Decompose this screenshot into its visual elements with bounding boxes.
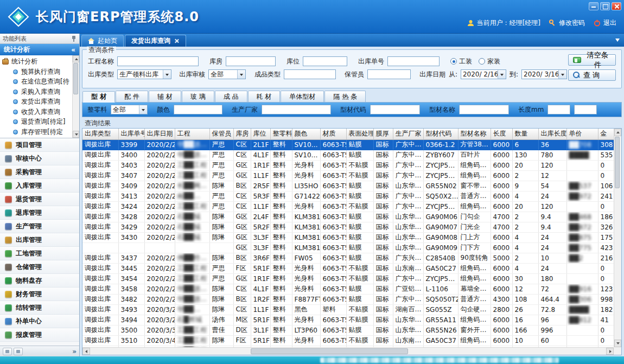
- sidebar-menu-item[interactable]: 物料盘存: [0, 274, 79, 288]
- sidebar-menu-item[interactable]: 补单中心: [0, 315, 79, 328]
- column-header[interactable]: 生产厂家: [393, 129, 423, 139]
- column-header[interactable]: 整零料: [270, 129, 292, 139]
- sidebar-menu-item[interactable]: 报废管理: [0, 328, 79, 342]
- material-tab[interactable]: 配 件: [116, 91, 148, 102]
- table-row[interactable]: 调拨出库34032020/2/25工██工程严思G区1R1F整料光身料6063-…: [82, 160, 614, 170]
- sidebar-menu-item[interactable]: 工地管理: [0, 247, 79, 260]
- sidebar-expand-button[interactable]: »: [72, 348, 77, 355]
- material-tab[interactable]: 成 品: [215, 91, 247, 102]
- column-header[interactable]: 膜厚: [373, 129, 393, 139]
- sidebar-menu-item[interactable]: 项目管理: [0, 138, 79, 152]
- material-tab[interactable]: 隔 热 条: [324, 91, 366, 102]
- table-row[interactable]: 调拨出库34282020/2/26石██城陈琳G区2L4F整料KLM381760…: [82, 212, 614, 222]
- chevron-down-icon[interactable]: [139, 105, 147, 114]
- date-from-picker[interactable]: 2020/ 2/16: [461, 69, 506, 79]
- product-type-input[interactable]: [284, 69, 336, 79]
- color-input[interactable]: [174, 105, 222, 114]
- radio-home-icon[interactable]: [479, 58, 485, 65]
- pin-icon[interactable]: [71, 35, 77, 42]
- project-name-input[interactable]: [117, 56, 199, 66]
- column-header[interactable]: 型材名称: [458, 129, 491, 139]
- sidebar-menu-item[interactable]: 退库管理: [0, 206, 79, 220]
- table-row[interactable]: 调拨出库34582020/2/28华██源…陈琳C区4L1F整料光身料6063-…: [82, 284, 614, 294]
- table-row[interactable]: 调拨出库34542020/2/28工██工程严思G区1R1F整料光身料6063-…: [82, 273, 614, 284]
- table-row[interactable]: 调拨出库35102020/3/4工██工程陈琳F区5R1F整料光身料6063-T…: [82, 335, 614, 346]
- scroll-up-icon[interactable]: [614, 129, 621, 136]
- sidebar-menu-item[interactable]: 退货管理: [0, 193, 79, 206]
- clear-conditions-button[interactable]: 清空条件: [568, 54, 616, 66]
- sidebar-menu-item[interactable]: 审核中心: [0, 152, 79, 165]
- chevron-down-icon[interactable]: [558, 70, 566, 79]
- maximize-button[interactable]: [600, 2, 610, 10]
- minimize-button[interactable]: [589, 2, 598, 10]
- table-row[interactable]: 调拨出库34372020/2/27佛██特…陈琳B区3R6F整料FW056063…: [82, 253, 614, 263]
- tree-item[interactable]: 收货入库查询: [2, 107, 72, 117]
- length-to-input[interactable]: [574, 105, 597, 114]
- length-from-input[interactable]: [547, 105, 570, 114]
- sidebar-menu-item[interactable]: 结转管理: [0, 301, 79, 315]
- material-tab[interactable]: 辅 材: [149, 91, 181, 102]
- sidebar-menu-item[interactable]: 生产管理: [0, 220, 79, 233]
- column-header[interactable]: 保管员: [209, 129, 233, 139]
- material-tab[interactable]: 型 材: [82, 91, 115, 103]
- profile-code-input[interactable]: [370, 105, 420, 114]
- column-header[interactable]: 出库日期: [144, 129, 175, 139]
- whole-part-select[interactable]: 全部: [111, 105, 148, 114]
- warehouse-input[interactable]: [226, 56, 276, 66]
- column-header[interactable]: 颜色: [292, 129, 320, 139]
- column-header[interactable]: 单价: [566, 129, 598, 139]
- tab-start-page[interactable]: 起始页: [81, 35, 124, 47]
- chevron-down-icon[interactable]: [163, 70, 171, 79]
- table-row[interactable]: 调拨出库34072020/2/25工██工程严思G区1L1F整料光身料6063-…: [82, 170, 614, 181]
- vertical-scroll-thumb[interactable]: [615, 137, 620, 188]
- vertical-scrollbar[interactable]: [614, 129, 621, 347]
- tree-root-stats[interactable]: 统计分析: [2, 56, 72, 67]
- table-row[interactable]: 调拨出库34822020/2/28华██源…陈琳B区1R2F整料F8877FT6…: [82, 294, 614, 304]
- sidebar-menu-item[interactable]: 采购管理: [0, 165, 79, 179]
- material-tab[interactable]: 玻 璃: [182, 91, 214, 102]
- manufacturer-input[interactable]: [262, 105, 331, 114]
- table-row[interactable]: 调拨出库34292020/2/26石██城陈琳G区5R2F整料KLM381760…: [82, 222, 614, 232]
- radio-workwear[interactable]: 工装: [450, 57, 472, 66]
- profile-name-input[interactable]: [459, 105, 509, 114]
- chevron-down-icon[interactable]: [237, 70, 245, 79]
- column-header[interactable]: 型材代码: [423, 129, 458, 139]
- column-header[interactable]: 数量: [512, 129, 538, 139]
- table-row[interactable]: 调拨出库34132020/2/26南██…严思C区5R3F整料G71422606…: [82, 191, 614, 201]
- column-header[interactable]: 材质: [320, 129, 346, 139]
- material-tab[interactable]: 单体型材: [281, 91, 324, 102]
- column-header[interactable]: 长度: [491, 129, 512, 139]
- collapse-icon[interactable]: «: [71, 46, 75, 54]
- column-header[interactable]: 工程: [175, 129, 209, 139]
- tab-list-dropdown-icon[interactable]: [615, 39, 620, 42]
- tab-shipping-outbound-query[interactable]: 发货出库查询: [125, 35, 186, 47]
- tree-scroll-thumb[interactable]: [73, 63, 78, 94]
- table-row[interactable]: 调拨出库34302020/2/26石██城陈琳G区3L3F整料KLM381760…: [82, 232, 614, 242]
- column-header[interactable]: 出库类型: [82, 129, 118, 139]
- sidebar-section-stats[interactable]: 统计分析 «: [0, 44, 79, 55]
- radio-home[interactable]: 家装: [479, 57, 500, 66]
- audit-select[interactable]: 全部: [208, 69, 246, 79]
- outbound-type-select[interactable]: 生产领料出库: [117, 69, 171, 79]
- table-row[interactable]: G区3L3F整料KLM38176063-T5贴膜国标山东华…GA90M09…门下…: [82, 242, 614, 253]
- scroll-down-icon[interactable]: [614, 340, 621, 347]
- scroll-right-icon[interactable]: [606, 348, 614, 355]
- table-row[interactable]: 调拨出库34242020/2/26工██工程严思C区1L1F整料光身料6063-…: [82, 201, 614, 212]
- scroll-down-icon[interactable]: [73, 131, 79, 138]
- table-row[interactable]: 调拨出库34002020/2/25华██源…严思C区4L1F整料SV10…606…: [82, 150, 614, 160]
- table-row[interactable]: 调拨出库34932020/3/2华██…陈琳C区1L1F整料黑色塑料不贴膜国标湖…: [82, 304, 614, 315]
- column-header[interactable]: 金: [598, 129, 614, 139]
- horizontal-scroll-thumb[interactable]: [251, 348, 408, 354]
- date-to-picker[interactable]: 2020/ 3/16: [521, 69, 567, 79]
- table-row[interactable]: 调拨出库33992020/2/25华██源…严思C区2L1F整料SV10…606…: [82, 139, 614, 150]
- material-tab[interactable]: 耗 材: [248, 91, 281, 102]
- column-header[interactable]: 表面处理: [346, 129, 373, 139]
- table-row[interactable]: 调拨出库34452020/2/27工██工程严思F区5R1F整料光身料6063-…: [82, 263, 614, 273]
- table-row[interactable]: 调拨出库34942020/3/2石█辉城汤伟M区5R1F整料光身料6063-T5…: [82, 315, 614, 325]
- sidebar-menu-item[interactable]: 仓储管理: [0, 260, 79, 274]
- tree-item[interactable]: 退货查询[待定]: [2, 117, 72, 127]
- chevron-down-icon[interactable]: [498, 70, 506, 79]
- radio-workwear-icon[interactable]: [450, 58, 457, 65]
- tree-item[interactable]: 库存管理[待定: [2, 127, 72, 137]
- column-header[interactable]: 出库单号: [118, 129, 144, 139]
